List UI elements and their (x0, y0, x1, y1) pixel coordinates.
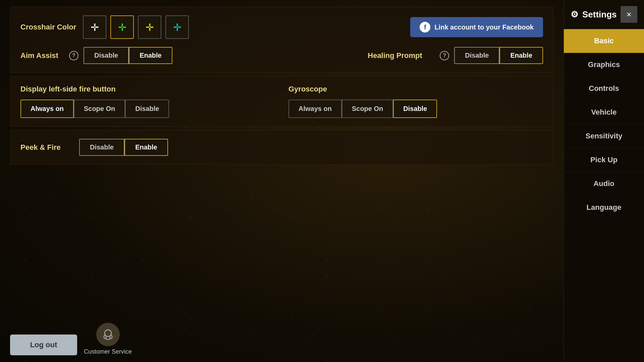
nav-graphics[interactable]: Graphics (564, 53, 644, 77)
healing-prompt-enable-btn[interactable]: Enable (499, 47, 543, 64)
cross-cyan-icon: ✛ (173, 21, 181, 33)
peek-fire-enable-btn[interactable]: Enable (124, 139, 168, 156)
cross-white-icon: ✛ (91, 21, 99, 33)
nav-basic[interactable]: Basic (564, 29, 644, 53)
aim-assist-disable-btn[interactable]: Disable (84, 47, 129, 64)
nav-controls[interactable]: Controls (564, 77, 644, 101)
gyroscope-col: Gyroscope Always on Scope On Disable (275, 85, 543, 118)
customer-service-icon (96, 323, 120, 346)
fb-btn-label: Link account to your Facebook (434, 23, 534, 31)
healing-prompt-toggle: Disable Enable (454, 47, 543, 64)
fire-always-on-btn[interactable]: Always on (20, 100, 74, 118)
crosshair-yellow[interactable]: ✛ (138, 15, 161, 39)
peek-fire-row: Peek & Fire Disable Enable (20, 139, 543, 156)
cross-green-icon: ✛ (118, 21, 126, 33)
fire-scope-on-btn[interactable]: Scope On (74, 100, 125, 118)
healing-prompt-help-icon[interactable]: ? (440, 51, 449, 60)
nav-vehicle[interactable]: Vehicle (564, 101, 644, 124)
sidebar-nav: Basic Graphics Controls Vehicle Sensitiv… (564, 29, 644, 362)
logout-button[interactable]: Log out (10, 335, 77, 355)
panel-fire-gyro: Display left-side fire button Always on … (10, 76, 553, 127)
svg-rect-1 (104, 335, 106, 339)
headset-svg (101, 328, 115, 341)
facebook-icon: f (420, 22, 430, 33)
gyro-disable-btn[interactable]: Disable (393, 100, 437, 118)
cross-yellow-icon: ✛ (146, 21, 154, 33)
settings-title-text: Settings (582, 9, 617, 20)
healing-prompt-disable-btn[interactable]: Disable (454, 47, 499, 64)
fire-button-toggle: Always on Scope On Disable (20, 100, 275, 118)
close-button[interactable]: × (621, 6, 637, 23)
nav-sensitivity[interactable]: Sensitivity (564, 124, 644, 148)
sidebar-header: ⚙ Settings × (564, 0, 644, 29)
crosshair-label: Crosshair Color (20, 23, 76, 32)
peek-fire-toggle: Disable Enable (79, 139, 168, 156)
gyroscope-toggle: Always on Scope On Disable (288, 100, 543, 118)
facebook-link-button[interactable]: f Link account to your Facebook (410, 17, 543, 37)
fire-gyro-cols: Display left-side fire button Always on … (20, 85, 543, 118)
fire-button-label: Display left-side fire button (20, 85, 116, 94)
panel-crosshair: Crosshair Color ✛ ✛ ✛ ✛ (10, 7, 553, 73)
gyro-scope-on-btn[interactable]: Scope On (342, 100, 393, 118)
customer-service-button[interactable]: Customer Service (84, 323, 132, 355)
sidebar: ⚙ Settings × Basic Graphics Controls Veh… (564, 0, 644, 362)
crosshair-options: ✛ ✛ ✛ ✛ (83, 15, 189, 39)
nav-pickup[interactable]: Pick Up (564, 148, 644, 172)
gyroscope-label: Gyroscope (288, 85, 327, 94)
nav-audio[interactable]: Audio (564, 172, 644, 196)
crosshair-white[interactable]: ✛ (83, 15, 106, 39)
customer-service-label: Customer Service (84, 348, 132, 355)
aim-assist-toggle: Disable Enable (84, 47, 172, 64)
gear-icon: ⚙ (571, 9, 578, 20)
aim-assist-help-icon[interactable]: ? (69, 51, 78, 60)
bottom-bar: Log out Customer Service (10, 319, 553, 359)
fire-disable-btn[interactable]: Disable (125, 100, 169, 118)
settings-title: ⚙ Settings (571, 9, 617, 20)
aim-assist-label: Aim Assist (20, 51, 64, 60)
panel-peek-fire: Peek & Fire Disable Enable (10, 130, 553, 165)
gyro-always-on-btn[interactable]: Always on (288, 100, 342, 118)
crosshair-green[interactable]: ✛ (110, 15, 134, 39)
healing-prompt-label: Healing Prompt (368, 51, 435, 60)
healing-prompt-row: Healing Prompt ? Disable Enable (368, 47, 543, 64)
svg-rect-2 (110, 335, 112, 339)
crosshair-cyan[interactable]: ✛ (165, 15, 189, 39)
peek-fire-disable-btn[interactable]: Disable (79, 139, 124, 156)
aim-assist-enable-btn[interactable]: Enable (129, 47, 172, 64)
nav-language[interactable]: Language (564, 196, 644, 220)
fire-button-col: Display left-side fire button Always on … (20, 85, 275, 118)
peek-fire-label: Peek & Fire (20, 143, 74, 152)
aim-assist-row: Aim Assist ? Disable Enable (20, 47, 172, 64)
content-area: Crosshair Color ✛ ✛ ✛ ✛ (0, 0, 564, 362)
